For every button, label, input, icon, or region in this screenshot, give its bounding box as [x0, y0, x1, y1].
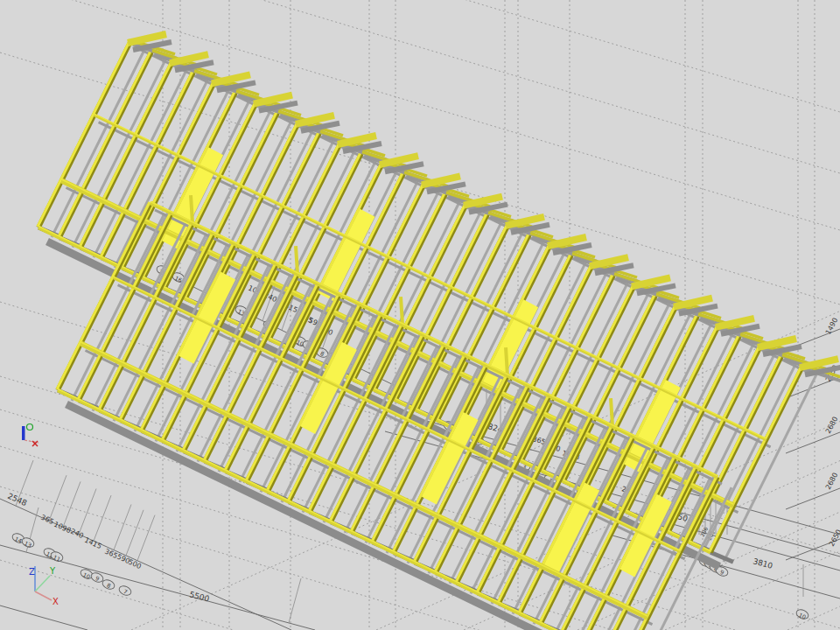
triad-z-label: Z — [29, 567, 35, 577]
post-beam — [296, 246, 298, 274]
origin-z-axis-icon — [22, 426, 25, 440]
post-beam — [506, 347, 508, 375]
triad-x-label: X — [52, 597, 59, 606]
triad-y-label: Y — [49, 566, 56, 576]
cad-scene: 2548365109824014153655905005500298243652… — [0, 0, 840, 630]
post-beam — [401, 297, 402, 325]
cad-3d-viewport[interactable]: 2548365109824014153655905005500298243652… — [0, 0, 840, 630]
post-beam — [611, 398, 612, 426]
post-beam — [191, 195, 192, 223]
